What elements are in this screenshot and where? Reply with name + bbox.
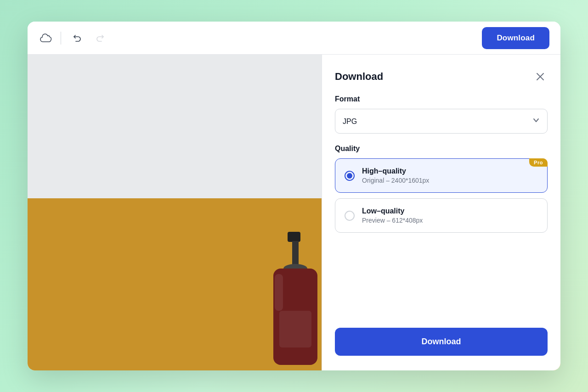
svg-rect-4 — [275, 274, 283, 311]
radio-low — [345, 211, 355, 221]
download-panel: Download Format JPG PNG SVG PDF WEBP — [322, 55, 560, 370]
format-select[interactable]: JPG PNG SVG PDF WEBP — [335, 109, 548, 134]
panel-header: Download — [335, 69, 548, 84]
quality-low-desc: Preview – 612*408px — [362, 217, 423, 224]
cloud-icon[interactable] — [39, 31, 53, 45]
radio-high-dot — [347, 173, 352, 179]
radio-high — [345, 171, 355, 181]
toolbar-divider — [61, 32, 61, 45]
undo-button[interactable] — [68, 30, 85, 46]
download-action-button[interactable]: Download — [335, 328, 548, 356]
format-select-wrapper: JPG PNG SVG PDF WEBP — [335, 109, 548, 134]
quality-option-low[interactable]: Low–quality Preview – 612*408px — [335, 198, 548, 233]
format-section: Format JPG PNG SVG PDF WEBP — [335, 95, 548, 134]
svg-rect-0 — [288, 232, 300, 242]
header-download-button[interactable]: Download — [482, 27, 549, 49]
main-content: Download Format JPG PNG SVG PDF WEBP — [28, 55, 560, 370]
panel-title: Download — [335, 71, 383, 83]
pro-badge: Pro — [529, 158, 548, 167]
close-button[interactable] — [533, 69, 548, 84]
quality-label: Quality — [335, 145, 548, 153]
svg-rect-5 — [279, 311, 311, 347]
quality-high-text: High–quality Original – 2400*1601px — [362, 167, 429, 184]
quality-option-high[interactable]: High–quality Original – 2400*1601px Pro — [335, 158, 548, 193]
quality-high-desc: Original – 2400*1601px — [362, 177, 429, 184]
redo-button[interactable] — [92, 30, 109, 46]
format-label: Format — [335, 95, 548, 103]
quality-high-name: High–quality — [362, 167, 429, 175]
app-window: Download — [28, 22, 560, 370]
toolbar: Download — [28, 22, 560, 55]
quality-low-name: Low–quality — [362, 207, 423, 215]
quality-section: Quality High–quality Original – 2400*160… — [335, 145, 548, 233]
quality-low-text: Low–quality Preview – 612*408px — [362, 207, 423, 224]
toolbar-left — [39, 30, 475, 46]
